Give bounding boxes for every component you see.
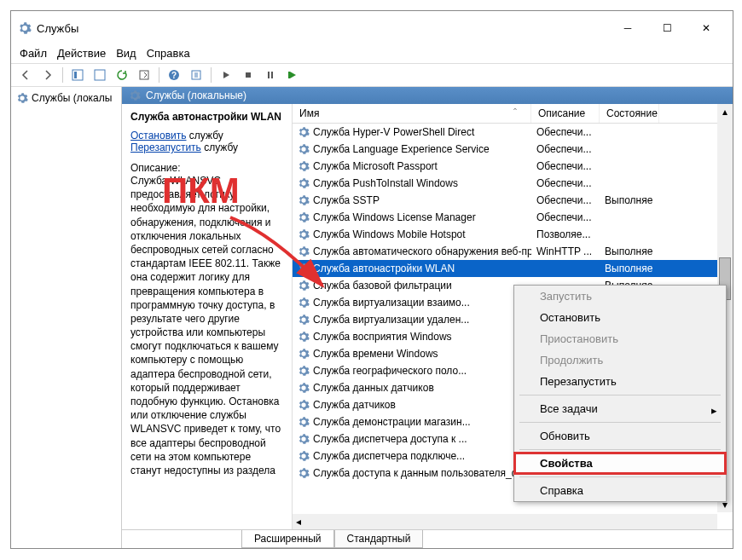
restart-link[interactable]: Перезапустить [130, 141, 201, 153]
service-desc: WinHTTP ... [531, 245, 600, 257]
export-icon[interactable] [135, 66, 154, 84]
service-icon [298, 467, 310, 479]
tab-standard[interactable]: Стандартный [334, 530, 424, 548]
app-icon [18, 21, 32, 35]
service-icon [298, 211, 310, 223]
minimize-button[interactable]: ─ [608, 16, 647, 40]
service-icon [298, 365, 310, 377]
back-button[interactable] [16, 66, 35, 84]
menu-properties[interactable]: Свойства [514, 453, 726, 474]
column-state[interactable]: Состояние [600, 104, 659, 123]
service-row[interactable]: Служба Language Experience ServiceОбеспе… [293, 141, 733, 158]
menubar: Файл Действие Вид Справка [11, 45, 733, 63]
service-desc: Обеспечи... [531, 143, 600, 155]
service-row[interactable]: Служба Windows Mobile HotspotПозволяе... [293, 226, 733, 243]
service-name: Служба автонастройки WLAN [313, 263, 455, 274]
service-row[interactable]: Служба PushToInstall WindowsОбеспечи... [293, 175, 733, 192]
service-row[interactable]: Служба SSTPОбеспечи...Выполняе [293, 192, 733, 209]
menu-view[interactable]: Вид [116, 47, 136, 60]
menu-restart[interactable]: Перезапустить [514, 371, 726, 392]
menu-action[interactable]: Действие [57, 47, 106, 60]
scroll-left-arrow[interactable]: ◂ [293, 516, 304, 528]
service-icon [298, 194, 310, 206]
tree-root-label: Службы (локалы [32, 92, 112, 104]
selected-service-name: Служба автонастройки WLAN [130, 111, 283, 123]
service-state: Выполняе [600, 194, 659, 206]
service-row[interactable]: Служба Windows License ManagerОбеспечи..… [293, 209, 733, 226]
service-name: Служба датчиков [313, 399, 396, 411]
info-panel: Служба автонастройки WLAN Остановить слу… [122, 104, 293, 529]
stop-icon[interactable] [239, 66, 258, 84]
service-icon [298, 160, 310, 172]
horizontal-scrollbar[interactable]: ◂ [293, 514, 717, 529]
menu-divider [519, 422, 721, 423]
svg-rect-7 [246, 72, 251, 78]
service-icon [298, 143, 310, 155]
service-name: Служба PushToInstall Windows [313, 177, 458, 189]
service-name: Служба данных датчиков [313, 382, 434, 394]
service-icon [298, 126, 310, 138]
service-name: Служба SSTP [313, 194, 380, 206]
help-icon[interactable]: ? [165, 66, 183, 84]
service-row[interactable]: Служба Microsoft PassportОбеспечи... [293, 158, 733, 175]
play-icon[interactable] [217, 66, 235, 84]
service-name: Служба диспетчера подключе... [313, 450, 465, 462]
menu-all-tasks[interactable]: Все задачи▸ [514, 398, 726, 419]
refresh-icon[interactable] [113, 66, 131, 84]
service-icon [298, 177, 310, 189]
menu-refresh[interactable]: Обновить [514, 425, 726, 447]
service-name: Служба виртуализации взаимо... [313, 297, 470, 309]
svg-text:?: ? [171, 71, 177, 80]
panel-header-title: Службы (локальные) [146, 89, 246, 101]
svg-rect-1 [74, 72, 77, 78]
menu-help[interactable]: Справка [147, 47, 190, 60]
service-name: Служба Windows Mobile Hotspot [313, 228, 466, 240]
forward-button[interactable] [38, 66, 57, 84]
column-description[interactable]: Описание [531, 104, 600, 123]
menu-stop[interactable]: Остановить [514, 307, 726, 328]
toolbar-icon[interactable] [187, 66, 206, 84]
stop-link[interactable]: Остановить [130, 130, 187, 141]
service-name: Служба времени Windows [313, 348, 438, 360]
menu-start: Запустить [514, 286, 726, 307]
service-name: Служба демонстрации магазин... [313, 416, 471, 428]
menu-help[interactable]: Справка [514, 480, 726, 501]
column-name[interactable]: Имяˆ [293, 104, 531, 123]
restart-icon[interactable] [283, 66, 302, 84]
submenu-arrow-icon: ▸ [711, 404, 717, 417]
menu-file[interactable]: Файл [20, 47, 47, 60]
toolbar-icon[interactable] [90, 66, 109, 84]
service-icon [298, 416, 310, 428]
service-icon [298, 263, 310, 274]
service-icon [298, 228, 310, 240]
service-row[interactable]: Служба автоматического обнаружения веб-п… [293, 243, 733, 260]
service-row[interactable]: Служба Hyper-V PowerShell DirectОбеспечи… [293, 124, 733, 141]
close-button[interactable]: ✕ [687, 16, 726, 40]
menu-divider [519, 395, 721, 395]
menu-divider [519, 449, 721, 450]
description-text: Служба WLANSVC предоставляет логику, нео… [130, 174, 283, 477]
service-icon [298, 450, 310, 462]
service-state: Выполняе [600, 263, 659, 274]
tree-root[interactable]: Службы (локалы [14, 90, 118, 106]
service-name: Служба базовой фильтрации [313, 280, 452, 292]
pause-icon[interactable] [261, 66, 280, 84]
maximize-button[interactable]: ☐ [647, 16, 687, 40]
panel-header: Службы (локальные) [122, 87, 733, 104]
menu-divider [519, 476, 721, 477]
service-row[interactable]: Служба автонастройки WLANВыполняе [293, 260, 733, 277]
service-name: Служба Language Experience Service [313, 143, 490, 155]
service-desc: Обеспечи... [531, 160, 600, 172]
service-desc: Обеспечи... [531, 177, 600, 189]
service-icon [298, 382, 310, 394]
service-name: Служба виртуализации удален... [313, 314, 469, 326]
service-icon [298, 399, 310, 411]
service-desc: Обеспечи... [531, 211, 600, 223]
tab-extended[interactable]: Расширенный [241, 530, 334, 548]
description-label: Описание: [130, 162, 283, 174]
service-desc: Обеспечи... [531, 194, 600, 206]
service-desc: Обеспечи... [531, 126, 600, 138]
toolbar-icon[interactable] [68, 66, 87, 84]
scroll-up-arrow[interactable]: ▴ [717, 104, 733, 119]
window-title: Службы [37, 22, 608, 35]
